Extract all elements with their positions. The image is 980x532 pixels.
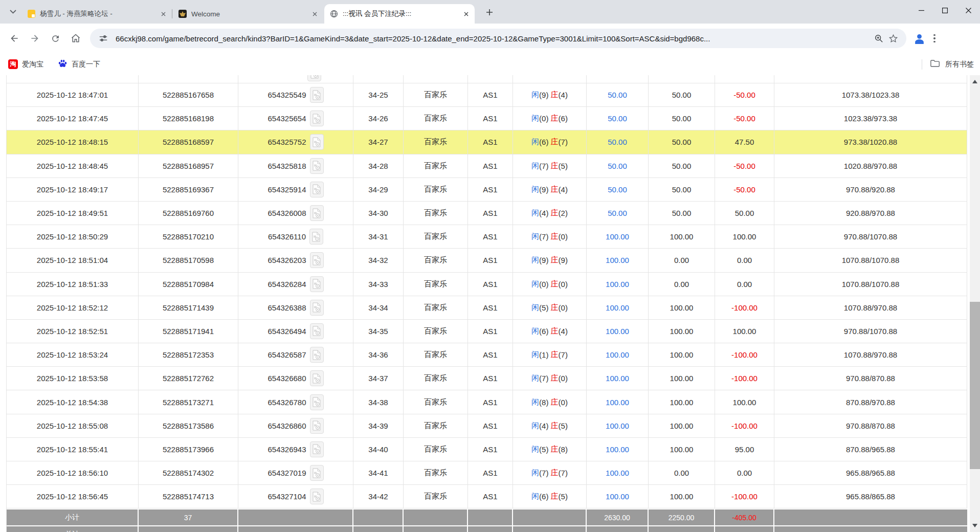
cell-valid-amount: 0.00 [649, 249, 715, 272]
table-row[interactable]: 2025-10-12 18:47:45522885168198654325654… [7, 107, 967, 130]
table-row[interactable]: 2025-10-12 18:51:04522885170598654326203… [7, 249, 967, 272]
zoom-icon[interactable] [872, 31, 886, 46]
window-maximize-button[interactable] [933, 0, 956, 20]
url-text[interactable]: 66cxkj98.com/game/betrecord_search/kind3… [116, 34, 872, 43]
cell-game-name: 百家乐 [404, 485, 468, 508]
all-bookmarks-label[interactable]: 所有书签 [945, 60, 974, 69]
cell-game-result: 闲(7) 庄(0) [513, 225, 587, 248]
cell-partial [715, 75, 774, 83]
video-record-icon[interactable] [310, 300, 324, 316]
cell-table-round: 34-37 [353, 367, 404, 390]
tab-welcome[interactable]: Welcome [173, 4, 323, 24]
table-row[interactable]: 2025-10-12 18:53:24522885172353654326587… [7, 343, 967, 367]
welcome-favicon-icon [178, 9, 187, 18]
video-record-icon[interactable] [310, 394, 324, 410]
cell-partial [513, 75, 587, 83]
cell-account: AS1 [468, 225, 513, 248]
video-record-icon[interactable] [310, 347, 324, 363]
table-row[interactable]: 2025-10-12 18:56:10522885174302654327019… [7, 461, 967, 485]
table-row[interactable]: 2025-10-12 18:55:41522885173966654326943… [7, 438, 967, 461]
cell-bet-amount: 100.00 [587, 461, 649, 484]
home-button[interactable] [65, 28, 86, 49]
tab-forum[interactable]: 杨雪儿 - 海燕策略论坛 - [21, 4, 172, 24]
video-record-icon[interactable] [310, 276, 324, 292]
video-record-icon[interactable] [310, 182, 324, 197]
video-record-icon[interactable] [310, 370, 324, 386]
forward-button[interactable] [25, 28, 45, 49]
cell-game-name: 百家乐 [404, 414, 468, 437]
scroll-down-arrow-icon[interactable] [972, 524, 977, 527]
tab-close-icon[interactable] [310, 9, 319, 18]
window-close-button[interactable] [956, 0, 980, 20]
cell-valid-amount: 100.00 [649, 414, 715, 437]
video-record-icon[interactable] [310, 441, 324, 457]
bookmark-aitaobao[interactable]: 淘 爱淘宝 [8, 59, 43, 69]
cell-game-result: 闲(6) 庄(5) [513, 485, 587, 508]
table-row[interactable]: 2025-10-12 18:48:45522885168957654325818… [7, 154, 967, 178]
back-button[interactable] [4, 28, 25, 49]
tab-bet-records[interactable]: :::视讯 会员下注纪录::: [324, 4, 475, 24]
bookmark-star-icon[interactable] [886, 31, 900, 46]
browser-menu-icon[interactable] [927, 31, 942, 46]
cell-balance: 970.88/920.88 [774, 178, 967, 201]
video-record-icon[interactable] [309, 229, 323, 245]
cell-account: AS1 [468, 83, 513, 106]
cell-valid-amount: 100.00 [649, 296, 715, 319]
cell-table-round: 34-35 [353, 320, 404, 343]
new-tab-button[interactable] [484, 7, 495, 18]
video-record-icon[interactable] [310, 323, 324, 339]
cell-round-id: 654325818 [238, 154, 353, 178]
table-row[interactable]: 2025-10-12 18:48:15522885168597654325752… [7, 130, 967, 154]
video-record-icon[interactable] [310, 134, 324, 150]
table-row[interactable]: 2025-10-12 18:55:08522885173586654326860… [7, 414, 967, 438]
vertical-scrollbar[interactable] [970, 75, 980, 532]
table-row[interactable]: 2025-10-12 18:47:01522885167658654325549… [7, 83, 967, 107]
cell-bet-id: 522885169760 [139, 202, 238, 225]
tab-search-chevron-icon[interactable] [6, 7, 19, 17]
video-record-icon[interactable] [310, 158, 324, 174]
summary-cell [238, 509, 352, 525]
cell-round-id: 654325752 [238, 130, 353, 153]
bookmark-baidu[interactable]: 百度一下 [58, 59, 100, 70]
video-record-icon[interactable] [310, 465, 324, 481]
table-row[interactable]: 2025-10-12 18:53:58522885172762654326680… [7, 367, 967, 390]
table-row[interactable]: 2025-10-12 18:50:29522885170210654326110… [7, 225, 967, 249]
video-record-icon[interactable] [310, 205, 324, 221]
profile-avatar[interactable] [911, 31, 927, 46]
table-row[interactable]: 2025-10-12 18:49:17522885169367654325914… [7, 178, 967, 202]
table-row[interactable]: 2025-10-12 18:52:12522885171439654326388… [7, 296, 967, 320]
scroll-up-arrow-icon[interactable] [972, 80, 977, 83]
video-record-icon[interactable] [307, 75, 321, 81]
table-row[interactable]: 2025-10-12 18:51:33522885170984654326284… [7, 273, 967, 296]
cell-bet-id: 522885168957 [139, 154, 238, 178]
bookmarks-divider [922, 59, 922, 70]
table-row[interactable]: 2025-10-12 18:54:38522885173271654326780… [7, 390, 967, 414]
video-record-icon[interactable] [310, 87, 324, 103]
table-row[interactable]: 2025-10-12 18:49:51522885169760654326008… [7, 202, 967, 225]
video-record-icon[interactable] [310, 252, 324, 268]
cell-game-name: 百家乐 [404, 178, 468, 201]
table-row[interactable]: 2025-10-12 18:56:45522885174713654327104… [7, 485, 967, 508]
tab-close-icon[interactable] [461, 9, 471, 18]
scrollbar-thumb[interactable] [970, 302, 980, 469]
window-minimize-button[interactable] [909, 0, 933, 20]
summary-cell: 小计 [7, 509, 138, 525]
cell-balance: 920.88/970.88 [774, 202, 967, 225]
site-settings-icon[interactable] [96, 31, 110, 46]
url-bar[interactable]: 66cxkj98.com/game/betrecord_search/kind3… [90, 29, 906, 48]
cell-game-name: 百家乐 [404, 320, 468, 343]
cell-account: AS1 [468, 154, 513, 178]
cell-winloss: -100.00 [715, 367, 774, 390]
cell-bet-time: 2025-10-12 18:51:04 [7, 249, 139, 272]
bookmark-label: 百度一下 [72, 60, 100, 69]
tab-title: Welcome [191, 10, 306, 18]
cell-bet-id: 522885170984 [139, 273, 238, 296]
cell-bet-id: 522885173271 [139, 390, 238, 413]
refresh-button[interactable] [45, 28, 65, 49]
table-row[interactable]: 2025-10-12 18:52:51522885171941654326494… [7, 320, 967, 343]
video-record-icon[interactable] [310, 489, 324, 504]
tab-close-icon[interactable] [159, 9, 168, 18]
cell-bet-time: 2025-10-12 18:53:24 [7, 343, 139, 366]
video-record-icon[interactable] [310, 418, 324, 434]
video-record-icon[interactable] [310, 110, 324, 126]
